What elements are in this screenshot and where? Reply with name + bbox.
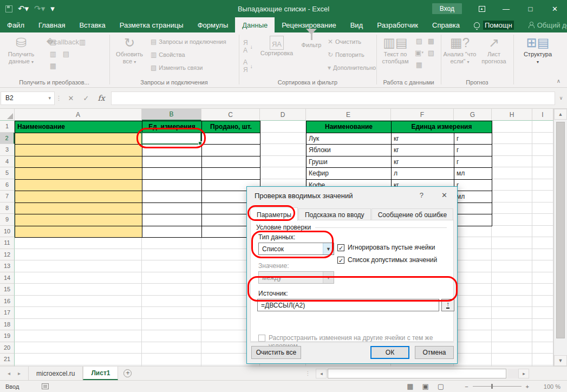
tab-developer[interactable]: Разработчик <box>370 17 425 32</box>
column-header-D[interactable]: D <box>260 109 306 121</box>
grid-cell[interactable]: г <box>454 156 492 168</box>
grid-cell[interactable]: Груши <box>307 156 392 168</box>
scroll-down-icon[interactable]: ▼ <box>554 355 567 366</box>
zoom-slider[interactable] <box>473 386 522 387</box>
row-header-18[interactable]: 18 <box>0 319 15 331</box>
grid-cell[interactable] <box>142 214 202 226</box>
grid-cell[interactable] <box>15 191 142 203</box>
save-icon[interactable] <box>5 5 12 12</box>
grid-cell[interactable]: кг <box>392 156 454 168</box>
sign-in-button[interactable]: Вход <box>432 3 462 14</box>
row-header-21[interactable]: 21 <box>0 354 15 365</box>
existing-connections-icon[interactable]: ▤ <box>60 48 73 60</box>
undo-icon[interactable]: ↶▾ <box>18 4 29 14</box>
edit-links-button[interactable]: ▧Изменить связи <box>151 64 203 71</box>
scroll-up-icon[interactable]: ▲ <box>554 109 567 120</box>
row-header-20[interactable]: 20 <box>0 342 15 354</box>
refresh-all-button[interactable]: ↻ Обновить все ▾ <box>113 35 146 66</box>
row-header-19[interactable]: 19 <box>0 330 15 342</box>
sheet-tab-list1[interactable]: Лист1 <box>83 367 118 380</box>
tab-data[interactable]: Данные <box>235 17 275 32</box>
grid-cell[interactable] <box>142 191 202 203</box>
recent-sources-icon[interactable]: ▥ <box>47 48 60 60</box>
row-header-14[interactable]: 14 <box>0 272 15 284</box>
row-header-10[interactable]: 10 <box>0 226 15 238</box>
macro-record-icon[interactable] <box>42 383 49 389</box>
dialog-tab-input-message[interactable]: Подсказка по вводу <box>298 208 371 221</box>
data-type-dropdown[interactable]: Список ▼ <box>258 243 334 255</box>
forecast-sheet-button[interactable]: ↗ Лист прогноза <box>478 35 510 65</box>
grid-cell[interactable]: Яблоки <box>307 145 392 156</box>
row-header-15[interactable]: 15 <box>0 284 15 296</box>
tab-home[interactable]: Главная <box>31 17 72 32</box>
name-box[interactable]: B2 ▾ <box>1 92 55 105</box>
collapse-dialog-button[interactable]: ↑ <box>441 299 454 311</box>
row-header-3[interactable]: 3 <box>0 144 15 156</box>
properties-button[interactable]: ▥Свойства <box>151 51 185 58</box>
grid-cell[interactable]: кг <box>392 133 454 145</box>
grid-cell[interactable]: мл <box>454 168 492 180</box>
chevron-down-icon[interactable]: ▼ <box>323 243 334 254</box>
grid-cell[interactable] <box>15 145 142 156</box>
page-layout-view-icon[interactable]: ▣ <box>422 382 429 390</box>
column-header-A[interactable]: A <box>15 109 142 121</box>
sort-descending-button[interactable]: АЯ↓ <box>243 58 253 74</box>
tab-view[interactable]: Вид <box>343 17 370 32</box>
grid-cell[interactable] <box>454 202 492 214</box>
data-validation-icon[interactable]: ▣▾ <box>413 47 425 58</box>
cancel-entry-icon[interactable]: ✕ <box>63 94 79 102</box>
grid-cell[interactable] <box>202 156 260 168</box>
select-all-corner[interactable] <box>0 109 15 121</box>
grid-cell[interactable] <box>142 179 202 191</box>
column-header-H[interactable]: H <box>492 109 532 121</box>
collapse-ribbon-icon[interactable]: ∧ <box>557 78 561 84</box>
sheet-tab-microexcel[interactable]: microexcel.ru <box>28 367 83 380</box>
zoom-level[interactable]: 100 % <box>539 383 561 390</box>
vertical-scrollbar[interactable]: ▲ ▼ <box>553 109 567 366</box>
row-header-17[interactable]: 17 <box>0 307 15 319</box>
sort-button[interactable]: ЯА Сортировка <box>257 35 296 57</box>
tab-share[interactable]: Общий доступ <box>521 17 567 32</box>
grid-cell[interactable] <box>142 168 202 180</box>
name-box-dropdown-icon[interactable]: ▾ <box>48 95 54 101</box>
sheet-nav-right-icon[interactable]: ▸ <box>18 370 21 376</box>
advanced-filter-button[interactable]: ▾Дополнительно <box>328 64 376 71</box>
tab-insert[interactable]: Вставка <box>72 17 112 32</box>
column-header-F[interactable]: F <box>391 109 454 121</box>
grid-cell[interactable] <box>202 145 260 156</box>
insert-function-icon[interactable]: fx <box>94 94 109 102</box>
redo-icon[interactable]: ↷▾ <box>34 4 45 14</box>
sheet-nav-left-icon[interactable]: ◂ <box>8 370 10 376</box>
row-header-13[interactable]: 13 <box>0 260 15 272</box>
grid-cell[interactable] <box>15 226 142 238</box>
maximize-button[interactable]: □ <box>518 0 543 17</box>
clear-filter-button[interactable]: ✕Очистить <box>328 38 361 45</box>
ok-button[interactable]: ОК <box>370 346 409 359</box>
tab-page-layout[interactable]: Разметка страницы <box>113 17 191 32</box>
grid-cell[interactable] <box>202 133 260 145</box>
grid-cell[interactable] <box>15 133 142 145</box>
scroll-left-icon[interactable]: ◂ <box>316 369 327 378</box>
formula-input[interactable] <box>111 92 555 105</box>
scrollbar-splitter[interactable]: ⋮ <box>305 367 310 380</box>
grid-cell[interactable] <box>15 156 142 168</box>
tab-assistant[interactable]: Помощн <box>467 17 521 32</box>
grid-cell[interactable] <box>15 179 142 191</box>
row-header-1[interactable]: 1 <box>0 121 15 133</box>
grid-cell[interactable]: л <box>392 168 454 180</box>
row-header-12[interactable]: 12 <box>0 249 15 261</box>
grid-cell[interactable] <box>142 145 202 156</box>
relationships-icon[interactable]: ▦ <box>413 58 425 70</box>
grid-cell[interactable]: мл <box>454 191 492 203</box>
outline-button[interactable]: ⊞▤ Структура▾ <box>521 35 555 66</box>
expand-formula-bar-icon[interactable]: ∨ <box>555 95 567 101</box>
consolidate-icon[interactable]: ▧ <box>425 47 437 58</box>
column-header-I[interactable]: I <box>532 109 553 121</box>
flash-fill-icon[interactable]: ▨ <box>413 35 425 47</box>
column-header-C[interactable]: C <box>201 109 260 121</box>
zoom-in-icon[interactable]: + <box>526 383 529 390</box>
reapply-button[interactable]: ↻Повторить <box>328 51 364 58</box>
get-data-button[interactable]: ⛁ Получить данные ▾ <box>4 35 38 66</box>
row-header-7[interactable]: 7 <box>0 191 15 202</box>
scroll-right-icon[interactable]: ▸ <box>518 369 529 378</box>
